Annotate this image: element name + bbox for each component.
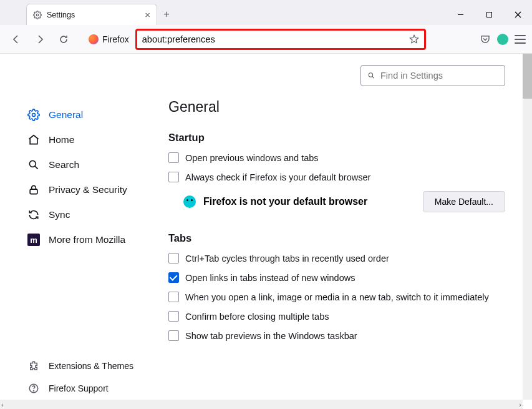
make-default-button[interactable]: Make Default... bbox=[423, 191, 505, 212]
not-default-text: Firefox is not your default browser bbox=[203, 196, 367, 207]
minimize-button[interactable] bbox=[446, 4, 475, 25]
option-label: Open previous windows and tabs bbox=[185, 153, 319, 163]
checkbox[interactable] bbox=[168, 292, 179, 302]
sidebar-item-search[interactable]: Search bbox=[0, 152, 155, 177]
close-window-button[interactable] bbox=[503, 4, 532, 25]
home-icon bbox=[27, 134, 40, 146]
option-open-links[interactable]: Open links in tabs instead of new window… bbox=[168, 272, 505, 283]
content-area: General Home Search Privacy & Security S… bbox=[0, 54, 523, 400]
vertical-scrollbar[interactable] bbox=[523, 54, 532, 400]
lock-icon bbox=[27, 184, 40, 196]
option-label: Confirm before closing multiple tabs bbox=[185, 312, 329, 322]
sidebar-item-support[interactable]: Firefox Support bbox=[0, 377, 155, 400]
checkbox[interactable] bbox=[168, 330, 179, 341]
sidebar-item-label: Search bbox=[49, 159, 79, 170]
gear-icon bbox=[27, 109, 40, 121]
svg-point-0 bbox=[36, 14, 39, 16]
checkbox[interactable] bbox=[168, 253, 179, 264]
scrollbar-thumb[interactable] bbox=[523, 54, 532, 99]
option-label: When you open a link, image or media in … bbox=[185, 292, 489, 302]
horizontal-scrollbar[interactable]: ‹› bbox=[0, 400, 523, 409]
browser-toolbar: Firefox bbox=[0, 25, 532, 54]
sidebar-item-privacy[interactable]: Privacy & Security bbox=[0, 177, 155, 202]
pocket-icon[interactable] bbox=[480, 34, 491, 45]
forward-button[interactable] bbox=[30, 29, 50, 49]
checkbox[interactable] bbox=[168, 311, 179, 322]
reload-button[interactable] bbox=[54, 29, 74, 49]
sidebar-item-label: Sync bbox=[49, 209, 70, 220]
sidebar-item-general[interactable]: General bbox=[0, 102, 155, 127]
option-confirm-close[interactable]: Confirm before closing multiple tabs bbox=[168, 311, 505, 322]
scroll-right-icon[interactable]: › bbox=[519, 401, 521, 408]
new-tab-button[interactable]: + bbox=[157, 5, 176, 24]
scroll-left-icon[interactable]: ‹ bbox=[1, 401, 4, 408]
settings-main: General Startup Open previous windows an… bbox=[155, 54, 523, 400]
option-label: Open links in tabs instead of new window… bbox=[185, 273, 355, 283]
sidebar-item-extensions[interactable]: Extensions & Themes bbox=[0, 355, 155, 377]
browser-tab[interactable]: Settings × bbox=[26, 4, 157, 25]
back-button[interactable] bbox=[6, 29, 26, 49]
svg-rect-8 bbox=[30, 189, 37, 194]
option-always-check[interactable]: Always check if Firefox is your default … bbox=[168, 172, 505, 182]
window-titlebar: Settings × + bbox=[0, 0, 532, 25]
svg-point-11 bbox=[369, 73, 373, 77]
extension-badge-icon[interactable] bbox=[497, 34, 508, 45]
checkbox[interactable] bbox=[168, 152, 179, 163]
sad-face-icon bbox=[183, 195, 196, 208]
sidebar-item-label: Firefox Support bbox=[49, 383, 109, 393]
sync-icon bbox=[27, 209, 40, 221]
identity-label: Firefox bbox=[102, 34, 129, 44]
checkbox[interactable] bbox=[168, 172, 179, 182]
puzzle-icon bbox=[27, 360, 40, 372]
page-title: General bbox=[168, 99, 505, 116]
option-switch-immediately[interactable]: When you open a link, image or media in … bbox=[168, 292, 505, 302]
option-taskbar-previews[interactable]: Show tab previews in the Windows taskbar bbox=[168, 330, 505, 341]
search-icon bbox=[27, 159, 40, 171]
close-tab-icon[interactable]: × bbox=[145, 9, 150, 20]
svg-line-7 bbox=[35, 166, 38, 169]
gear-icon bbox=[33, 11, 42, 19]
sidebar-item-more-mozilla[interactable]: m More from Mozilla bbox=[0, 227, 155, 252]
sidebar-item-label: General bbox=[49, 109, 83, 121]
settings-search-input[interactable] bbox=[380, 71, 498, 81]
sidebar-item-sync[interactable]: Sync bbox=[0, 202, 155, 227]
help-icon bbox=[27, 382, 40, 395]
maximize-button[interactable] bbox=[475, 4, 503, 25]
tab-title: Settings bbox=[47, 11, 75, 19]
option-label: Show tab previews in the Windows taskbar bbox=[185, 331, 357, 341]
firefox-icon bbox=[89, 34, 99, 44]
section-heading-startup: Startup bbox=[168, 132, 505, 144]
svg-line-12 bbox=[372, 76, 374, 78]
option-label: Always check if Firefox is your default … bbox=[185, 172, 370, 182]
svg-rect-2 bbox=[486, 12, 491, 17]
sidebar-item-label: Home bbox=[49, 134, 74, 145]
option-open-previous[interactable]: Open previous windows and tabs bbox=[168, 152, 505, 163]
section-heading-tabs: Tabs bbox=[168, 232, 505, 244]
svg-point-5 bbox=[32, 114, 36, 117]
settings-sidebar: General Home Search Privacy & Security S… bbox=[0, 54, 155, 400]
url-bar[interactable] bbox=[135, 29, 426, 50]
svg-point-6 bbox=[29, 160, 36, 167]
search-icon bbox=[367, 71, 375, 80]
default-browser-row: Firefox is not your default browser Make… bbox=[168, 191, 505, 212]
site-identity[interactable]: Firefox bbox=[89, 34, 129, 44]
window-controls bbox=[446, 4, 532, 25]
settings-search[interactable] bbox=[360, 65, 505, 86]
option-ctrl-tab[interactable]: Ctrl+Tab cycles through tabs in recently… bbox=[168, 253, 505, 264]
sidebar-item-label: Extensions & Themes bbox=[49, 361, 133, 371]
checkbox[interactable] bbox=[168, 272, 179, 283]
mozilla-icon: m bbox=[27, 234, 40, 246]
sidebar-item-label: More from Mozilla bbox=[49, 234, 125, 245]
sidebar-item-home[interactable]: Home bbox=[0, 127, 155, 152]
bookmark-star-icon[interactable] bbox=[409, 34, 419, 44]
sidebar-item-label: Privacy & Security bbox=[49, 184, 127, 195]
url-input[interactable] bbox=[142, 34, 409, 44]
svg-point-10 bbox=[34, 390, 34, 391]
option-label: Ctrl+Tab cycles through tabs in recently… bbox=[185, 254, 389, 264]
app-menu-button[interactable] bbox=[515, 35, 526, 44]
